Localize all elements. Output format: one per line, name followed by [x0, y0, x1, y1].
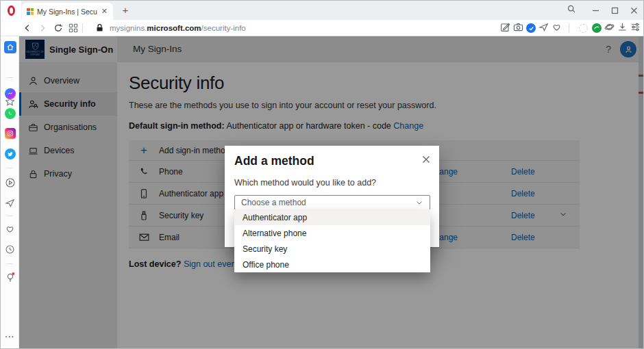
search-icon[interactable]: [567, 4, 576, 16]
planet-icon[interactable]: [604, 22, 615, 35]
title-bar: My Sign-Ins | Security Info ✕ +: [1, 1, 643, 20]
option-alternative-phone[interactable]: Alternative phone: [234, 225, 430, 241]
snapshot-camera-icon[interactable]: [513, 22, 523, 35]
pinboard-bulb-icon[interactable]: [1, 272, 19, 283]
choose-method-select[interactable]: Choose a method: [234, 195, 430, 210]
tab-close-icon[interactable]: ✕: [101, 7, 108, 16]
option-security-key[interactable]: Security key: [234, 241, 430, 257]
green-globe-extension-icon[interactable]: [592, 23, 602, 33]
forward-icon[interactable]: [38, 23, 47, 33]
compose-icon[interactable]: [500, 22, 510, 35]
reload-icon[interactable]: [53, 23, 63, 33]
my-flow-plane-sidebar-icon[interactable]: [1, 198, 19, 208]
modal-title: Add a method: [234, 154, 430, 168]
easy-setup-tune-icon[interactable]: [630, 22, 641, 35]
sidebar-more-ellipsis[interactable]: ···: [1, 333, 19, 341]
favorites-heart-icon[interactable]: [552, 22, 562, 35]
modal-question: Which method would you like to add?: [234, 178, 430, 188]
option-office-phone[interactable]: Office phone: [234, 257, 430, 272]
my-flow-plane-icon[interactable]: [538, 22, 549, 35]
favorites-heart-sidebar-icon[interactable]: [1, 224, 19, 234]
opera-logo-icon: [8, 5, 15, 16]
address-bar[interactable]: mysignins.microsoft.com/security-info: [110, 24, 246, 32]
speed-dial-home-button[interactable]: [1, 41, 19, 53]
whatsapp-icon[interactable]: [1, 108, 19, 119]
new-tab-button[interactable]: +: [119, 3, 132, 17]
player-play-circle-icon[interactable]: [1, 177, 19, 188]
minimize-button[interactable]: [586, 1, 605, 20]
url-path: /security-info: [201, 24, 246, 32]
twitter-icon[interactable]: [1, 148, 19, 159]
url-domain: microsoft.com: [147, 24, 201, 32]
chevron-down-icon: [415, 198, 423, 207]
maximize-button[interactable]: [605, 1, 624, 20]
back-icon[interactable]: [23, 23, 32, 33]
select-value: Choose a method: [241, 198, 306, 207]
vpn-badge-icon[interactable]: [526, 23, 536, 33]
opera-sidebar: ···: [1, 36, 19, 348]
method-dropdown-list: Authenticator app Alternative phone Secu…: [234, 209, 430, 272]
url-prefix: mysignins.: [110, 24, 147, 32]
close-button[interactable]: [624, 1, 643, 20]
browser-window: My Sign-Ins | Security Info ✕ +: [0, 0, 644, 349]
browser-toolbar: mysignins.microsoft.com/security-info: [1, 20, 643, 36]
opera-menu-button[interactable]: [1, 1, 21, 20]
speed-dial-grid-icon[interactable]: [69, 23, 78, 33]
messenger-icon[interactable]: [1, 88, 19, 99]
history-clock-icon[interactable]: [1, 244, 19, 255]
extension-dashed-circle-icon[interactable]: [579, 24, 588, 33]
microsoft-favicon-icon: [27, 8, 34, 15]
download-icon[interactable]: [617, 22, 628, 35]
instagram-icon[interactable]: [1, 128, 19, 139]
modal-close-icon[interactable]: [422, 155, 430, 164]
option-authenticator-app[interactable]: Authenticator app: [234, 209, 430, 225]
lock-icon[interactable]: [95, 23, 104, 32]
tab-title: My Sign-Ins | Security Info: [37, 8, 97, 16]
page-viewport: UNIVERSITY OF OXFORD Single Sign-On My S…: [19, 36, 643, 348]
browser-tab[interactable]: My Sign-Ins | Security Info ✕: [22, 3, 113, 20]
